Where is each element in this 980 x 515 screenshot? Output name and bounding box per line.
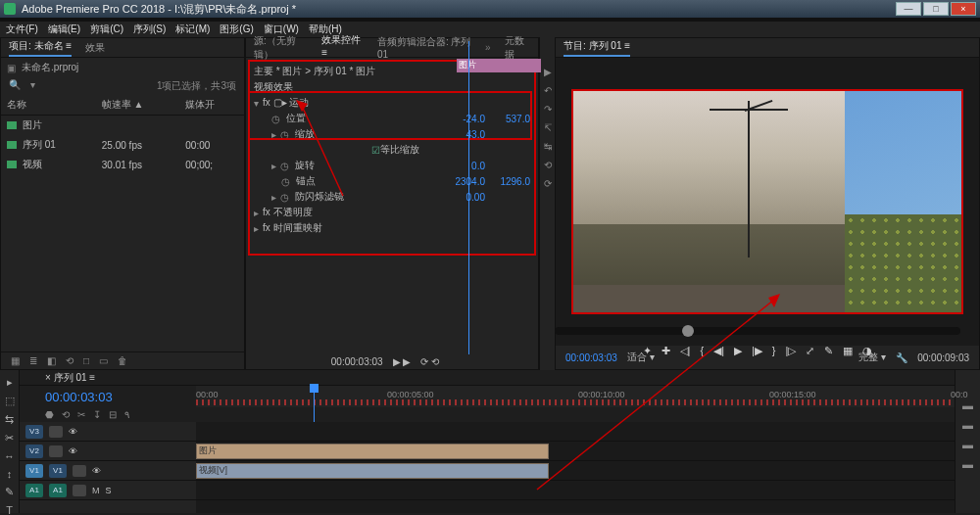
- razor-tool[interactable]: ✂: [5, 432, 14, 445]
- clip-v1[interactable]: 视频[V]: [196, 463, 549, 479]
- menu-graphics[interactable]: 图形(G): [220, 23, 253, 36]
- play-icon[interactable]: ▶: [734, 345, 742, 357]
- add-marker-icon[interactable]: ✚: [662, 345, 670, 357]
- stopwatch-icon[interactable]: ◷: [281, 176, 290, 187]
- bin-row[interactable]: 序列 01 25.00 fps 00:00: [1, 135, 244, 155]
- video-effects-section[interactable]: 视频效果: [254, 79, 530, 95]
- motion-effect[interactable]: ▾fx ▢▸ 运动: [254, 95, 530, 111]
- maximize-button[interactable]: □: [923, 2, 949, 16]
- program-viewport[interactable]: [556, 58, 979, 346]
- go-out-icon[interactable]: |▷: [786, 345, 797, 357]
- refresh-icon[interactable]: ⟲: [66, 355, 74, 366]
- sequence-tab[interactable]: × 序列 01 ≡: [45, 371, 95, 385]
- link-icon[interactable]: ⟲: [62, 409, 70, 420]
- program-scrub-bar[interactable]: [555, 327, 960, 335]
- minimize-button[interactable]: —: [896, 2, 921, 16]
- stopwatch-icon[interactable]: ◷: [271, 114, 280, 124]
- export-frame-icon[interactable]: ▦: [843, 345, 853, 357]
- menu-edit[interactable]: 编辑(E): [48, 23, 80, 36]
- scale-property[interactable]: ▸◷ 缩放 43.0: [254, 126, 530, 142]
- pen-tool[interactable]: ↕: [7, 468, 13, 480]
- nav-icon[interactable]: ↸: [544, 122, 552, 133]
- menu-file[interactable]: 文件(F): [6, 23, 38, 36]
- track-select-tool[interactable]: ⬚: [5, 395, 15, 407]
- nav-icon[interactable]: ↷: [544, 104, 552, 115]
- hand-tool[interactable]: ✎: [5, 486, 14, 498]
- nav-icon[interactable]: ▶: [544, 67, 552, 77]
- nav-icon[interactable]: ⟲: [544, 160, 552, 170]
- position-property[interactable]: ◷ 位置 -24.0 537.0: [254, 111, 530, 126]
- settings-icon[interactable]: ٩: [124, 409, 129, 420]
- track-header-v3[interactable]: V3👁: [20, 422, 196, 442]
- tab-project[interactable]: 项目: 未命名 ≡: [9, 39, 72, 57]
- ripple-tool[interactable]: ⇆: [5, 413, 14, 426]
- effect-mini-playhead[interactable]: [468, 41, 469, 354]
- track-header-v1[interactable]: V1V1👁: [20, 461, 196, 481]
- timeline-tc[interactable]: 00:00:03:03: [20, 390, 196, 404]
- position-x[interactable]: -24.0: [440, 114, 485, 124]
- scale-value[interactable]: 43.0: [440, 129, 485, 140]
- marker-icon[interactable]: ✂: [77, 409, 85, 420]
- rotation-value[interactable]: 0.0: [440, 161, 485, 171]
- lift-icon[interactable]: ⤢: [806, 345, 814, 357]
- anchor-property[interactable]: ◷ 锚点 2304.0 1296.0: [254, 173, 530, 189]
- menu-sequence[interactable]: 序列(S): [133, 23, 166, 36]
- tab-audio-mixer[interactable]: 音频剪辑混合器: 序列 01: [377, 35, 471, 60]
- scrub-knob[interactable]: [682, 325, 694, 337]
- stopwatch-icon[interactable]: ◷: [280, 161, 289, 171]
- track-header-v2[interactable]: V2👁: [20, 442, 196, 461]
- track-header-a1[interactable]: A1A1MS: [20, 481, 196, 500]
- rotation-property[interactable]: ▸◷ 旋转 0.0: [254, 158, 530, 173]
- type-tool[interactable]: T: [6, 504, 13, 515]
- timeline-ruler[interactable]: 00:00 00:00:05:00 00:00:10:00 00:00:15:0…: [196, 386, 955, 407]
- nav-icon[interactable]: ⟳: [544, 178, 552, 189]
- new-bin-icon[interactable]: □: [83, 355, 89, 366]
- col-framerate[interactable]: 帧速率 ▲: [96, 95, 180, 116]
- opacity-effect[interactable]: ▸fx 不透明度: [254, 205, 530, 220]
- tab-effects[interactable]: 效果: [85, 41, 105, 55]
- uniform-scale-checkbox[interactable]: ☑ 等比缩放: [254, 142, 530, 158]
- anchor-y[interactable]: 1296.0: [485, 176, 530, 187]
- menu-clip[interactable]: 剪辑(C): [90, 23, 123, 36]
- compare-icon[interactable]: ◑: [862, 345, 872, 357]
- nav-icon[interactable]: ↹: [544, 141, 552, 152]
- insert-icon[interactable]: ↧: [93, 409, 101, 420]
- step-back-icon[interactable]: ◀|: [713, 345, 724, 357]
- time-remap-effect[interactable]: ▸fx 时间重映射: [254, 220, 530, 236]
- anti-flicker-property[interactable]: ▸◷ 防闪烁滤镜 0.00: [254, 189, 530, 205]
- col-media-start[interactable]: 媒体开: [179, 95, 244, 116]
- set-in-icon[interactable]: {: [700, 345, 704, 356]
- go-in-icon[interactable]: ◁|: [680, 345, 691, 357]
- position-y[interactable]: 537.0: [485, 114, 530, 124]
- search-icon[interactable]: 🔍: [9, 79, 21, 93]
- stopwatch-icon[interactable]: ◷: [280, 129, 289, 140]
- new-item-icon[interactable]: ▭: [99, 355, 108, 366]
- marker-icon[interactable]: ✦: [643, 345, 652, 357]
- set-out-icon[interactable]: }: [772, 345, 776, 356]
- effect-tc[interactable]: 00:00:03:03: [331, 356, 383, 367]
- step-fwd-icon[interactable]: |▶: [752, 345, 762, 357]
- col-name[interactable]: 名称: [1, 95, 96, 116]
- view-list-icon[interactable]: ≣: [29, 355, 37, 366]
- anti-flicker-value[interactable]: 0.00: [440, 192, 485, 203]
- view-grid-icon[interactable]: ▦: [11, 355, 20, 366]
- clip-v2[interactable]: 图片: [196, 444, 549, 459]
- anchor-x[interactable]: 2304.0: [440, 176, 485, 187]
- loop-icon[interactable]: ⟳ ⟲: [420, 356, 439, 367]
- snap-icon[interactable]: ⬣: [45, 409, 54, 420]
- stopwatch-icon[interactable]: ◷: [280, 192, 289, 203]
- menu-marker[interactable]: 标记(M): [175, 23, 210, 36]
- bin-row[interactable]: 图片: [1, 116, 244, 136]
- track-lanes[interactable]: 图片 视频[V]: [196, 422, 955, 513]
- filter-icon[interactable]: ▾: [30, 79, 35, 93]
- bin-row[interactable]: 视频 30.01 fps 00;00;: [1, 155, 244, 174]
- overwrite-icon[interactable]: ⊟: [109, 409, 117, 420]
- extract-icon[interactable]: ✎: [824, 345, 833, 357]
- play-icon[interactable]: ▶ ▶: [393, 356, 412, 367]
- selection-tool[interactable]: ▸: [7, 376, 13, 389]
- nav-icon[interactable]: ↶: [544, 85, 552, 96]
- close-button[interactable]: ×: [951, 2, 976, 16]
- slip-tool[interactable]: ↔: [4, 450, 15, 462]
- trash-icon[interactable]: 🗑: [118, 355, 127, 366]
- freeform-icon[interactable]: ◧: [47, 355, 56, 366]
